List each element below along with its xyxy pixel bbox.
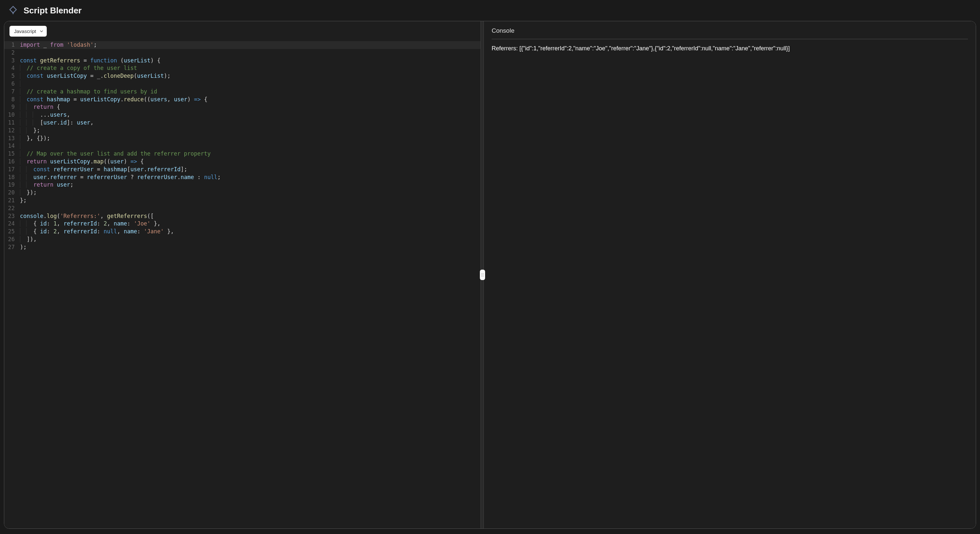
code-line[interactable]: 8 const hashmap = userListCopy.reduce((u… (4, 96, 480, 103)
code-line[interactable]: 17 const referrerUser = hashmap[user.ref… (4, 166, 480, 173)
language-select-label: Javascript (14, 29, 36, 34)
code-line[interactable]: 22 (4, 205, 480, 213)
code-line-content: import _ from 'lodash'; (19, 41, 97, 49)
code-line-content: }; (19, 197, 27, 205)
line-number: 5 (4, 72, 19, 80)
code-line-content: user.referrer = referrerUser ? referrerU… (19, 173, 221, 181)
line-number: 15 (4, 150, 19, 158)
line-number: 2 (4, 49, 19, 57)
code-line-content: const getReferrers = function (userList)… (19, 57, 161, 65)
line-number: 25 (4, 228, 19, 236)
code-line[interactable]: 13 }, {}); (4, 135, 480, 143)
line-number: 23 (4, 213, 19, 220)
code-line[interactable]: 1import _ from 'lodash'; (4, 41, 480, 49)
line-number: 4 (4, 64, 19, 72)
code-line-content: const referrerUser = hashmap[user.referr… (19, 166, 187, 173)
code-line[interactable]: 24 { id: 1, referrerId: 2, name: 'Joe' }… (4, 220, 480, 228)
code-line-content: return userListCopy.map((user) => { (19, 158, 144, 166)
code-line-content: }); (19, 189, 37, 197)
code-line-content (19, 205, 20, 213)
code-line[interactable]: 12 }; (4, 127, 480, 135)
code-line-content: ]), (19, 236, 37, 243)
pane-divider[interactable] (480, 21, 484, 528)
line-number: 18 (4, 173, 19, 181)
code-line-content: { id: 2, referrerId: null, name: 'Jane' … (19, 228, 174, 236)
code-line-content: const hashmap = userListCopy.reduce((use… (19, 96, 207, 103)
app-logo-icon (8, 5, 18, 16)
code-line[interactable]: 2 (4, 49, 480, 57)
line-number: 21 (4, 197, 19, 205)
code-line[interactable]: 26 ]), (4, 236, 480, 243)
code-line[interactable]: 16 return userListCopy.map((user) => { (4, 158, 480, 166)
code-line-content: console.log('Referrers:', getReferrers([ (19, 213, 154, 220)
code-line[interactable]: 10 ...users, (4, 111, 480, 119)
code-line-content (19, 142, 27, 150)
line-number: 11 (4, 119, 19, 127)
code-line[interactable]: 23console.log('Referrers:', getReferrers… (4, 213, 480, 220)
code-line-content: const userListCopy = _.cloneDeep(userLis… (19, 72, 171, 80)
app-title: Script Blender (24, 6, 82, 16)
language-select[interactable]: Javascript (10, 26, 47, 37)
line-number: 9 (4, 103, 19, 111)
code-line[interactable]: 25 { id: 2, referrerId: null, name: 'Jan… (4, 228, 480, 236)
code-line[interactable]: 11 [user.id]: user, (4, 119, 480, 127)
editor-pane: Javascript 1import _ from 'lodash';23con… (4, 21, 480, 528)
line-number: 12 (4, 127, 19, 135)
code-line[interactable]: 7 // create a hashmap to find users by i… (4, 88, 480, 96)
code-line[interactable]: 20 }); (4, 189, 480, 197)
code-line[interactable]: 5 const userListCopy = _.cloneDeep(userL… (4, 72, 480, 80)
code-line[interactable]: 6 (4, 80, 480, 88)
code-line-content: // create a copy of the user list (19, 64, 137, 72)
console-pane: Console Referrers: [{"id":1,"referrerId"… (484, 21, 976, 528)
code-line-content: ...users, (19, 111, 70, 119)
code-line[interactable]: 9 return { (4, 103, 480, 111)
line-number: 16 (4, 158, 19, 166)
line-number: 20 (4, 189, 19, 197)
line-number: 13 (4, 135, 19, 143)
line-number: 26 (4, 236, 19, 243)
line-number: 14 (4, 142, 19, 150)
line-number: 6 (4, 80, 19, 88)
console-output: Referrers: [{"id":1,"referrerId":2,"name… (492, 44, 968, 52)
code-line-content: ); (19, 243, 27, 251)
code-line[interactable]: 15 // Map over the user list and add the… (4, 150, 480, 158)
code-line[interactable]: 4 // create a copy of the user list (4, 64, 480, 72)
chevron-down-icon (40, 29, 43, 34)
line-number: 22 (4, 205, 19, 213)
code-line-content: // create a hashmap to find users by id (19, 88, 157, 96)
code-line-content: // Map over the user list and add the re… (19, 150, 210, 158)
code-line-content: }, {}); (19, 135, 50, 143)
console-title: Console (492, 27, 968, 39)
code-line[interactable]: 27); (4, 243, 480, 251)
code-line[interactable]: 19 return user; (4, 181, 480, 189)
line-number: 3 (4, 57, 19, 65)
line-number: 8 (4, 96, 19, 103)
divider-handle-icon[interactable] (480, 270, 485, 280)
line-number: 17 (4, 166, 19, 173)
app-header: Script Blender (0, 0, 980, 21)
code-line[interactable]: 18 user.referrer = referrerUser ? referr… (4, 173, 480, 181)
code-line-content (19, 80, 27, 88)
code-line-content: [user.id]: user, (19, 119, 94, 127)
line-number: 27 (4, 243, 19, 251)
editor-toolbar: Javascript (4, 21, 480, 41)
line-number: 19 (4, 181, 19, 189)
line-number: 24 (4, 220, 19, 228)
code-line-content: }; (19, 127, 40, 135)
main-split-panel: Javascript 1import _ from 'lodash';23con… (4, 21, 976, 529)
code-line-content (19, 49, 20, 57)
line-number: 7 (4, 88, 19, 96)
code-line-content: { id: 1, referrerId: 2, name: 'Joe' }, (19, 220, 161, 228)
line-number: 1 (4, 41, 19, 49)
code-line[interactable]: 14 (4, 142, 480, 150)
code-editor[interactable]: 1import _ from 'lodash';23const getRefer… (4, 41, 480, 528)
code-line-content: return { (19, 103, 60, 111)
code-line[interactable]: 3const getReferrers = function (userList… (4, 57, 480, 65)
code-line-content: return user; (19, 181, 73, 189)
line-number: 10 (4, 111, 19, 119)
code-line[interactable]: 21}; (4, 197, 480, 205)
